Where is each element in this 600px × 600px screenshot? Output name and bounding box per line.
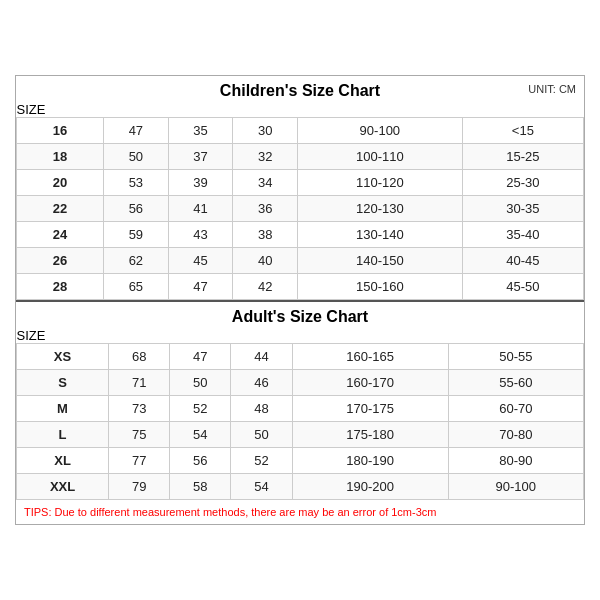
table-cell: 37 xyxy=(168,144,233,170)
table-cell: 130-140 xyxy=(297,222,462,248)
table-cell: 41 xyxy=(168,196,233,222)
table-cell: 54 xyxy=(231,474,292,500)
table-cell: 79 xyxy=(109,474,170,500)
adult-table: SIZE XS684744160-16550-55S715046160-1705… xyxy=(16,328,584,500)
table-cell: 60-70 xyxy=(448,396,583,422)
table-cell: 90-100 xyxy=(297,118,462,144)
table-cell: 43 xyxy=(168,222,233,248)
adult-title: Adult's Size Chart xyxy=(232,308,368,325)
table-cell: 25-30 xyxy=(462,170,583,196)
table-cell: 71 xyxy=(109,370,170,396)
table-cell: 50 xyxy=(170,370,231,396)
table-cell: 40-45 xyxy=(462,248,583,274)
table-cell: 38 xyxy=(233,222,298,248)
table-cell: S xyxy=(17,370,109,396)
table-cell: 52 xyxy=(231,448,292,474)
table-cell: XS xyxy=(17,344,109,370)
table-row: 18503732100-11015-25 xyxy=(17,144,584,170)
children-table: SIZE 1647353090-100<1518503732100-11015-… xyxy=(16,102,584,300)
table-cell: 32 xyxy=(233,144,298,170)
table-cell: L xyxy=(17,422,109,448)
table-cell: 70-80 xyxy=(448,422,583,448)
table-cell: 45-50 xyxy=(462,274,583,300)
table-cell: 190-200 xyxy=(292,474,448,500)
table-cell: 160-165 xyxy=(292,344,448,370)
table-cell: 53 xyxy=(104,170,169,196)
table-cell: 50 xyxy=(231,422,292,448)
table-cell: 39 xyxy=(168,170,233,196)
table-row: 22564136120-13030-35 xyxy=(17,196,584,222)
table-cell: 16 xyxy=(17,118,104,144)
table-cell: 44 xyxy=(231,344,292,370)
table-cell: 180-190 xyxy=(292,448,448,474)
table-cell: 100-110 xyxy=(297,144,462,170)
table-cell: 40 xyxy=(233,248,298,274)
table-cell: 80-90 xyxy=(448,448,583,474)
table-cell: 120-130 xyxy=(297,196,462,222)
unit-label: UNIT: CM xyxy=(528,83,576,95)
children-title: Children's Size Chart xyxy=(220,82,380,99)
table-cell: 24 xyxy=(17,222,104,248)
table-cell: 18 xyxy=(17,144,104,170)
table-row: XS684744160-16550-55 xyxy=(17,344,584,370)
table-cell: 59 xyxy=(104,222,169,248)
table-cell: 36 xyxy=(233,196,298,222)
table-cell: 54 xyxy=(170,422,231,448)
table-row: 28654742150-16045-50 xyxy=(17,274,584,300)
table-cell: 150-160 xyxy=(297,274,462,300)
size-chart-container: Children's Size Chart UNIT: CM SIZE 1647… xyxy=(15,75,585,525)
table-cell: 170-175 xyxy=(292,396,448,422)
table-row: 1647353090-100<15 xyxy=(17,118,584,144)
table-cell: 42 xyxy=(233,274,298,300)
table-cell: M xyxy=(17,396,109,422)
table-cell: 140-150 xyxy=(297,248,462,274)
table-row: L755450175-18070-80 xyxy=(17,422,584,448)
table-cell: 50 xyxy=(104,144,169,170)
table-cell: 34 xyxy=(233,170,298,196)
table-cell: 52 xyxy=(170,396,231,422)
table-cell: 90-100 xyxy=(448,474,583,500)
table-cell: 73 xyxy=(109,396,170,422)
table-cell: <15 xyxy=(462,118,583,144)
table-cell: 56 xyxy=(104,196,169,222)
table-cell: 15-25 xyxy=(462,144,583,170)
table-cell: 35 xyxy=(168,118,233,144)
table-cell: XXL xyxy=(17,474,109,500)
table-row: M735248170-17560-70 xyxy=(17,396,584,422)
children-header-row: SIZE xyxy=(17,102,584,118)
table-cell: 55-60 xyxy=(448,370,583,396)
table-cell: 35-40 xyxy=(462,222,583,248)
children-title-row: Children's Size Chart UNIT: CM xyxy=(16,76,584,102)
table-cell: 30 xyxy=(233,118,298,144)
tips-row: TIPS: Due to different measurement metho… xyxy=(16,500,584,524)
table-cell: 20 xyxy=(17,170,104,196)
table-cell: 45 xyxy=(168,248,233,274)
table-cell: 75 xyxy=(109,422,170,448)
table-cell: 47 xyxy=(104,118,169,144)
table-row: 24594338130-14035-40 xyxy=(17,222,584,248)
table-cell: 110-120 xyxy=(297,170,462,196)
table-cell: 22 xyxy=(17,196,104,222)
table-row: XXL795854190-20090-100 xyxy=(17,474,584,500)
table-cell: 160-170 xyxy=(292,370,448,396)
table-cell: 48 xyxy=(231,396,292,422)
table-cell: 47 xyxy=(170,344,231,370)
table-cell: 58 xyxy=(170,474,231,500)
table-cell: 68 xyxy=(109,344,170,370)
table-cell: 62 xyxy=(104,248,169,274)
table-row: 26624540140-15040-45 xyxy=(17,248,584,274)
table-cell: 46 xyxy=(231,370,292,396)
table-row: S715046160-17055-60 xyxy=(17,370,584,396)
table-cell: 65 xyxy=(104,274,169,300)
table-cell: 50-55 xyxy=(448,344,583,370)
table-cell: 56 xyxy=(170,448,231,474)
table-row: XL775652180-19080-90 xyxy=(17,448,584,474)
table-cell: 77 xyxy=(109,448,170,474)
table-cell: 47 xyxy=(168,274,233,300)
table-cell: XL xyxy=(17,448,109,474)
tips-text: TIPS: Due to different measurement metho… xyxy=(24,506,436,518)
table-cell: 28 xyxy=(17,274,104,300)
table-row: 20533934110-12025-30 xyxy=(17,170,584,196)
table-cell: 26 xyxy=(17,248,104,274)
adult-title-row: Adult's Size Chart xyxy=(16,300,584,328)
